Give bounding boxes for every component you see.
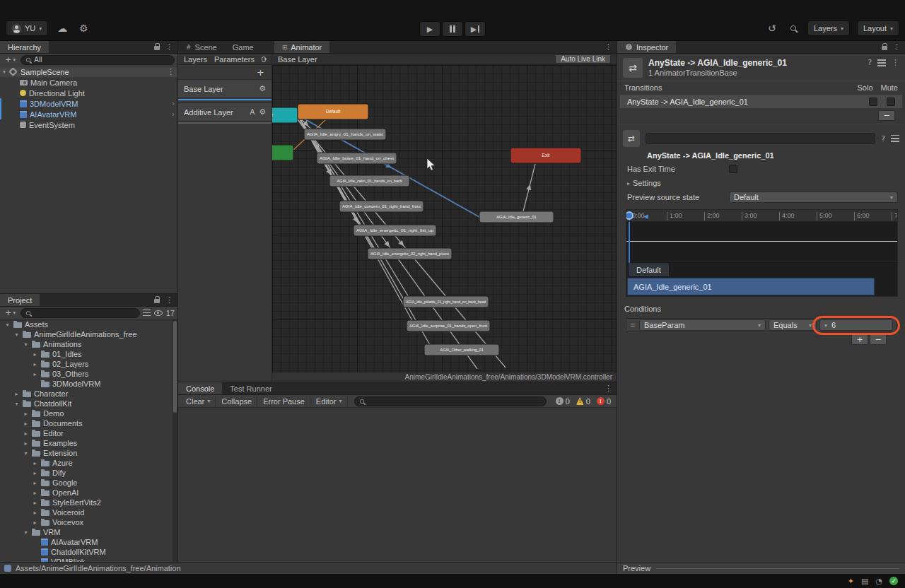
kebab-menu-icon[interactable]: ⋮	[892, 58, 899, 67]
preview-source-dropdown[interactable]: Default ▾	[729, 192, 898, 203]
tab-console[interactable]: Console	[178, 382, 222, 394]
solo-checkbox[interactable]	[869, 98, 877, 106]
settings-gear-icon[interactable]: ⚙	[76, 21, 90, 35]
foldout-caret-icon[interactable]: ▸	[32, 480, 38, 486]
state-node-agia-other-walking-01[interactable]: AGIA_Other_walking_01	[424, 344, 499, 355]
project-item-01-idles[interactable]: ▸01_Idles	[0, 349, 177, 359]
undo-history-icon[interactable]: ↺	[765, 21, 779, 35]
scene-root-row[interactable]: ▾ SampleScene ⋮	[0, 66, 177, 77]
foldout-caret-icon[interactable]: ▾	[23, 450, 29, 457]
remove-condition-button[interactable]: −	[870, 334, 887, 345]
info-count-badge[interactable]: !0	[553, 397, 573, 406]
foldout-caret-icon[interactable]: ▸	[32, 351, 38, 358]
layers-dropdown[interactable]: Layers ▾	[807, 20, 850, 36]
project-item-vrmblink[interactable]: VRMBlink	[0, 557, 177, 562]
project-item-3dmodelvrm[interactable]: 3DModelVRM	[0, 379, 177, 389]
state-node-agia-idle-generic-01[interactable]: AGIA_Idle_generic_01	[479, 211, 554, 223]
project-item-02-layers[interactable]: ▸02_Layers	[0, 359, 177, 369]
timeline-track-area[interactable]	[626, 222, 898, 261]
error-count-badge[interactable]: !0	[594, 397, 614, 406]
project-item-demo[interactable]: ▸Demo	[0, 408, 177, 418]
animator-graph[interactable]: Any StateEntryDefaultExitAGIA_Idle_angry…	[272, 65, 617, 382]
drag-handle-icon[interactable]: =	[629, 321, 636, 329]
state-node-any-state[interactable]: Any State	[272, 107, 298, 123]
add-condition-button[interactable]: +	[851, 334, 868, 345]
foldout-caret-icon[interactable]: ▸	[13, 391, 20, 397]
account-button[interactable]: YU ▾	[6, 20, 48, 36]
state-node-agia-idle-angry-01-hands-on-waist[interactable]: AGIA_Idle_angry_01_hands_on_waist	[304, 129, 386, 140]
state-node-agia-idle-pitiable-01-right-hand-on-back-head[interactable]: AGIA_Idle_pitiable_01_right_hand_on_back…	[403, 296, 489, 307]
tab-game[interactable]: Game	[225, 41, 262, 53]
kebab-menu-icon[interactable]: ⋮	[605, 384, 612, 393]
tab-test-runner[interactable]: Test Runner	[222, 382, 279, 394]
settings-foldout-label[interactable]: Settings	[633, 179, 661, 187]
state-node-default[interactable]: Default	[298, 104, 368, 119]
play-button[interactable]: ▶	[419, 21, 440, 37]
tab-project[interactable]: Project	[0, 294, 40, 306]
project-item-examples[interactable]: ▸Examples	[0, 438, 177, 448]
tab-inspector[interactable]: !Inspector	[617, 41, 676, 53]
timeline-ruler[interactable]: ◀ 0:001:002:003:004:005:006:007:00	[626, 209, 898, 222]
state-machine-graph[interactable]: Any StateEntryDefaultExitAGIA_Idle_angry…	[272, 65, 617, 370]
cloud-services-icon[interactable]: ☁	[55, 21, 69, 35]
help-icon[interactable]: ?	[868, 58, 872, 67]
project-item-editor[interactable]: ▸Editor	[0, 428, 177, 438]
project-item-extension[interactable]: ▾Extension	[0, 448, 177, 458]
prefab-expand-arrow-icon[interactable]: ›	[172, 100, 175, 107]
foldout-caret-icon[interactable]: ▸	[23, 440, 29, 447]
state-node-agia-idle-calm-01-hands-on-back[interactable]: AGIA_Idle_calm_01_hands_on_back	[329, 175, 409, 187]
add-asset-button[interactable]: +▾	[3, 308, 18, 317]
preview-section-bar[interactable]: Preview	[617, 562, 905, 574]
condition-parameter-dropdown[interactable]: BaseParam ▾	[639, 319, 766, 331]
source-state-chip[interactable]: Default	[628, 262, 670, 277]
collapse-toggle[interactable]: Collapse	[216, 396, 257, 407]
project-item-animegirlidleanimations-free[interactable]: ▾AnimeGirlIdleAnimations_free	[0, 329, 177, 339]
layer-item-additive-layer[interactable]: Additive LayerA⚙	[178, 102, 272, 122]
layer-item-base-layer[interactable]: Base Layer⚙	[178, 79, 272, 98]
add-layer-button[interactable]: +	[257, 67, 264, 78]
state-node-agia-idle-surprise-01-hands-open-front[interactable]: AGIA_Idle_surprise_01_hands_open_front	[407, 320, 490, 331]
step-button[interactable]: ▶	[465, 21, 486, 37]
foldout-caret-icon[interactable]: ▾	[4, 322, 11, 328]
project-search-input[interactable]	[21, 308, 140, 318]
state-node-agia-idle-energetic-01-right-fist-up[interactable]: AGIA_Idle_energetic_01_right_fist_up	[354, 225, 436, 236]
hierarchy-item-main-camera[interactable]: Main Camera	[0, 77, 177, 88]
project-item-chatdollkitvrm[interactable]: ChatdollKitVRM	[0, 547, 177, 557]
tab-scene[interactable]: #Scene	[178, 41, 225, 53]
kebab-menu-icon[interactable]: ⋮	[167, 67, 175, 76]
hidden-packages-eye-icon[interactable]	[154, 310, 163, 316]
hierarchy-item-3dmodelvrm[interactable]: 3DModelVRM›	[0, 98, 177, 109]
project-item-openai[interactable]: ▸OpenAI	[0, 488, 177, 498]
hierarchy-search-input[interactable]: All	[21, 55, 175, 65]
project-item-voiceroid[interactable]: ▸Voiceroid	[0, 507, 177, 517]
help-icon[interactable]: ?	[881, 134, 885, 143]
package-icon[interactable]: ▤	[861, 577, 868, 586]
hierarchy-item-directional-light[interactable]: Directional Light	[0, 88, 177, 98]
warning-count-badge[interactable]: !0	[573, 397, 593, 406]
tab-hierarchy[interactable]: Hierarchy	[0, 41, 49, 53]
tab-animator[interactable]: ⊞Animator	[274, 41, 330, 53]
kebab-menu-icon[interactable]: ⋮	[893, 42, 901, 52]
project-item-documents[interactable]: ▸Documents	[0, 418, 177, 428]
timeline-marker-icon[interactable]: ◀	[643, 213, 648, 220]
presets-icon[interactable]	[891, 135, 899, 142]
project-item-dify[interactable]: ▸Dify	[0, 468, 177, 478]
foldout-caret-icon[interactable]: ▾	[13, 331, 20, 338]
state-node-agia-idle-concern-01-right-hand-front[interactable]: AGIA_Idle_concern_01_right_hand_front	[339, 201, 424, 212]
presets-icon[interactable]	[877, 59, 886, 66]
foldout-caret-icon[interactable]: ▸	[32, 490, 38, 496]
foldout-caret-icon[interactable]: ▸	[32, 470, 38, 476]
project-item-03-others[interactable]: ▸03_Others	[0, 369, 177, 379]
foldout-caret-icon[interactable]: ▾	[23, 341, 29, 348]
transition-name-input[interactable]	[646, 133, 875, 144]
project-item-stylebertvits2[interactable]: ▸StyleBertVits2	[0, 498, 177, 507]
foldout-caret-icon[interactable]: ▾	[13, 401, 20, 407]
project-item-character[interactable]: ▸Character	[0, 389, 177, 399]
foldout-caret-icon[interactable]: ▾	[23, 529, 29, 536]
layer-settings-gear-icon[interactable]: ⚙	[259, 84, 266, 93]
condition-operator-dropdown[interactable]: Equals ▾	[769, 319, 817, 331]
auto-live-link-button[interactable]: Auto Live Link	[555, 54, 611, 64]
error-pause-toggle[interactable]: Error Pause	[258, 396, 310, 407]
editor-dropdown[interactable]: Editor▾	[311, 396, 348, 407]
kebab-menu-icon[interactable]: ⋮	[165, 295, 173, 305]
